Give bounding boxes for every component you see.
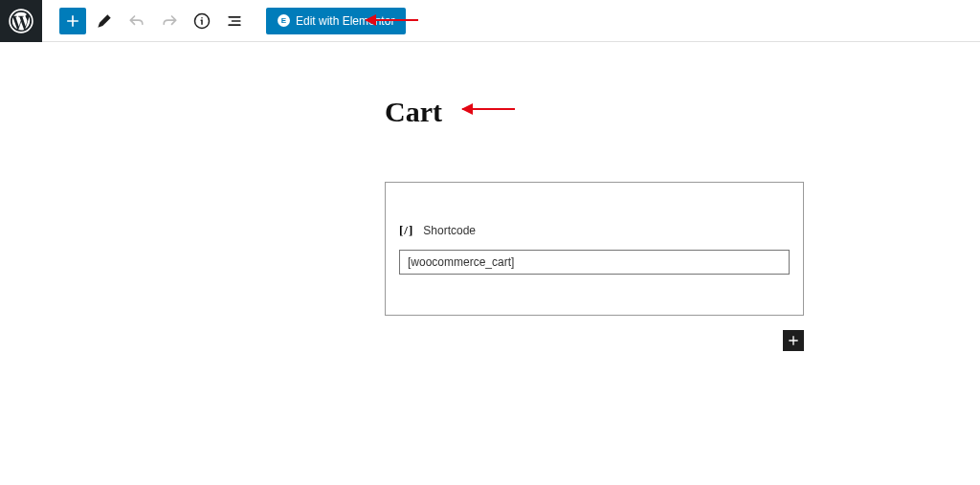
shortcode-input[interactable] bbox=[399, 250, 790, 275]
plus-icon bbox=[63, 11, 82, 31]
tools-button[interactable] bbox=[90, 7, 119, 35]
undo-button[interactable] bbox=[122, 7, 151, 35]
add-block-after-button[interactable] bbox=[783, 330, 804, 351]
outline-button[interactable] bbox=[220, 7, 249, 35]
plus-icon bbox=[786, 333, 801, 348]
info-button[interactable] bbox=[188, 7, 216, 35]
add-block-button[interactable] bbox=[59, 8, 86, 34]
undo-icon bbox=[127, 11, 146, 31]
redo-icon bbox=[160, 11, 179, 31]
redo-button[interactable] bbox=[155, 7, 184, 35]
annotation-arrow-elementor bbox=[366, 19, 418, 21]
pencil-icon bbox=[95, 11, 114, 31]
list-view-icon bbox=[225, 11, 244, 31]
page-title[interactable]: Cart bbox=[385, 96, 980, 128]
editor-content: Cart [/] Shortcode bbox=[0, 42, 980, 316]
info-icon bbox=[192, 11, 212, 31]
shortcode-block-header: [/] Shortcode bbox=[399, 223, 790, 238]
elementor-icon: E bbox=[278, 14, 290, 27]
toolbar-items: E Edit with Elementor bbox=[42, 7, 406, 35]
editor-toolbar: E Edit with Elementor bbox=[0, 0, 980, 42]
shortcode-block-label: Shortcode bbox=[423, 224, 476, 237]
shortcode-block[interactable]: [/] Shortcode bbox=[385, 182, 804, 316]
wordpress-logo-icon bbox=[9, 9, 33, 33]
shortcode-icon: [/] bbox=[399, 223, 413, 238]
annotation-arrow-title bbox=[462, 108, 515, 110]
wordpress-logo-button[interactable] bbox=[0, 0, 42, 42]
